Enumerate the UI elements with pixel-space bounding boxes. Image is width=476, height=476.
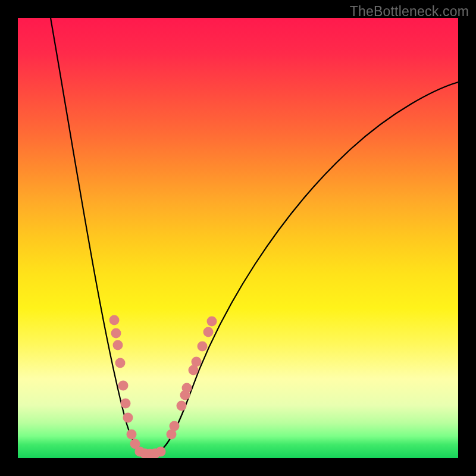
dot-right-8	[203, 327, 214, 337]
dot-left-4	[118, 381, 129, 391]
dot-left-0	[109, 315, 120, 325]
dot-right-6	[192, 357, 202, 367]
chart-frame: TheBottleneck.com	[0, 0, 476, 476]
dot-left-6	[123, 413, 133, 423]
dot-left-2	[113, 340, 123, 350]
curve-group	[51, 18, 458, 453]
dot-bottom-4	[156, 447, 166, 457]
dot-right-9	[207, 317, 217, 327]
dot-left-3	[115, 358, 126, 368]
chart-svg	[18, 18, 458, 458]
dot-right-1	[170, 421, 180, 431]
dot-right-7	[198, 342, 208, 352]
watermark-text: TheBottleneck.com	[350, 4, 469, 20]
dot-left-7	[127, 430, 137, 440]
curve-left-branch	[51, 18, 143, 451]
dot-right-2	[177, 401, 187, 411]
dot-left-5	[121, 399, 131, 409]
dot-right-4	[182, 383, 192, 393]
curve-right-branch	[159, 82, 458, 451]
dots-group	[109, 315, 217, 459]
plot-area	[18, 18, 458, 458]
dot-left-1	[111, 328, 121, 339]
